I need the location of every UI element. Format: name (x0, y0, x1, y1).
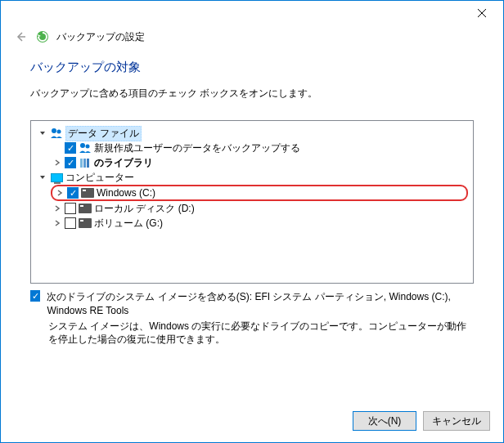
computer-icon (50, 171, 63, 184)
tree-node-new-user-data[interactable]: 新規作成ユーザーのデータをバックアップする (51, 141, 468, 155)
tree-label: のライブラリ (94, 156, 153, 170)
library-icon (79, 156, 92, 169)
svg-point-2 (57, 130, 61, 134)
close-icon (478, 9, 486, 17)
tree-node-windows-c[interactable]: Windows (C:) (51, 185, 468, 201)
back-button[interactable] (12, 29, 29, 45)
drive-icon (79, 202, 92, 215)
tree-label: コンピューター (65, 171, 134, 185)
tree-label: ローカル ディスク (D:) (94, 202, 195, 216)
button-bar: 次へ(N) キャンセル (353, 411, 490, 431)
title-bar (1, 1, 503, 25)
drive-icon (81, 186, 94, 199)
next-button[interactable]: 次へ(N) (353, 411, 416, 431)
tree-label: ボリューム (G:) (94, 217, 163, 230)
close-button[interactable] (464, 2, 500, 25)
backup-app-icon (35, 29, 50, 44)
svg-rect-5 (80, 159, 83, 168)
people-icon (79, 141, 92, 154)
system-image-help: システム イメージは、Windows の実行に必要なドライブのコピーです。コンピ… (48, 320, 474, 347)
svg-point-3 (80, 143, 85, 148)
checkbox[interactable] (65, 203, 76, 214)
chevron-right-icon[interactable] (52, 218, 62, 228)
checkbox[interactable] (65, 157, 76, 168)
cancel-button[interactable]: キャンセル (423, 411, 490, 431)
system-image-option: 次のドライブのシステム イメージを含める(S): EFI システム パーティショ… (30, 290, 474, 318)
chevron-right-icon[interactable] (52, 158, 62, 168)
chevron-down-icon[interactable] (38, 128, 47, 138)
content-area: バックアップの対象 バックアップに含める項目のチェック ボックスをオンにします。… (1, 53, 503, 347)
backup-items-tree[interactable]: データ ファイル 新規作成ユーザーのデータをバックアップする (30, 120, 474, 284)
svg-point-4 (86, 145, 90, 149)
tree-node-local-disk-d[interactable]: ローカル ディスク (D:) (51, 201, 468, 216)
checkbox[interactable] (67, 187, 79, 199)
svg-rect-7 (87, 159, 89, 168)
header: バックアップの設定 (1, 25, 503, 53)
chevron-right-icon[interactable] (52, 204, 62, 213)
people-icon (50, 127, 63, 140)
chevron-down-icon[interactable] (38, 172, 47, 182)
tree-label: 新規作成ユーザーのデータをバックアップする (94, 141, 300, 155)
system-image-checkbox[interactable] (30, 290, 40, 302)
tree-node-volume-g[interactable]: ボリューム (G:) (51, 216, 468, 230)
system-image-label: 次のドライブのシステム イメージを含める(S): EFI システム パーティショ… (47, 290, 474, 318)
window-title: バックアップの設定 (56, 30, 145, 44)
tree-node-library[interactable]: のライブラリ (51, 155, 468, 170)
svg-point-1 (52, 128, 56, 133)
tree-label: Windows (C:) (97, 187, 155, 199)
checkbox[interactable] (65, 142, 76, 154)
svg-rect-6 (83, 159, 86, 168)
drive-icon (79, 217, 92, 230)
tree-node-data-files[interactable]: データ ファイル (36, 126, 468, 141)
page-subtext: バックアップに含める項目のチェック ボックスをオンにします。 (30, 87, 474, 101)
tree-node-computer[interactable]: コンピューター (36, 170, 468, 185)
back-arrow-icon (14, 30, 27, 43)
checkbox[interactable] (65, 217, 76, 229)
page-heading: バックアップの対象 (30, 60, 474, 75)
chevron-right-icon[interactable] (55, 188, 65, 198)
tree-label: データ ファイル (65, 126, 142, 141)
